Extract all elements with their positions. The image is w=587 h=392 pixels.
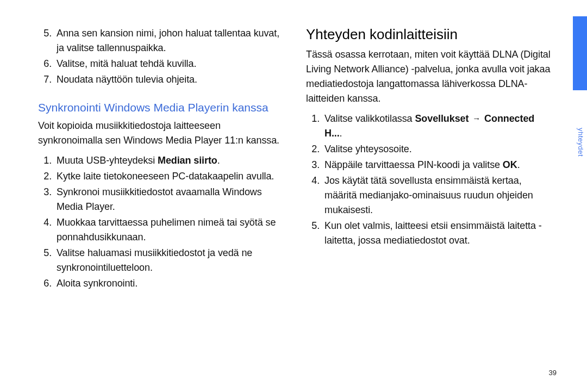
text-fragment: Muuta USB-yhteydeksi (57, 155, 158, 166)
page-number: 39 (549, 369, 557, 377)
text-fragment: . (217, 155, 220, 166)
sync-steps-list: Muuta USB-yhteydeksi Median siirto. Kytk… (38, 153, 285, 291)
list-item: Synkronoi musiikkitiedostot avaamalla Wi… (54, 185, 285, 214)
list-item: Kun olet valmis, laitteesi etsii ensimmä… (322, 219, 553, 248)
list-item: Muokkaa tarvittaessa puhelimen nimeä tai… (54, 215, 285, 245)
list-item: Noudata näyttöön tulevia ohjeita. (54, 72, 285, 87)
bold-text: Sovellukset (415, 113, 469, 124)
list-item: Muuta USB-yhteydeksi Median siirto. (54, 153, 285, 168)
list-item: Aloita synkronointi. (54, 276, 285, 291)
page: Anna sen kansion nimi, johon haluat tall… (0, 0, 587, 392)
arrow-icon: → (471, 113, 482, 125)
text-fragment: . (517, 159, 520, 170)
continuation-list: Anna sen kansion nimi, johon haluat tall… (38, 26, 285, 87)
text-fragment: . (340, 128, 342, 139)
subheading-sync-wmp: Synkronointi Windows Media Playerin kans… (38, 100, 285, 115)
dlna-steps-list: Valitse valikkotilassa Sovellukset → Con… (306, 111, 553, 248)
section-tab-highlight (573, 16, 587, 90)
bold-text: OK (503, 159, 517, 170)
list-item: Anna sen kansion nimi, johon haluat tall… (54, 26, 285, 55)
list-item: Jos käytät tätä sovellusta ensimmäistä k… (322, 173, 553, 217)
section-tab-label: yhteydet (575, 128, 585, 157)
right-edge-bar: yhteydet (573, 0, 587, 392)
left-column: Anna sen kansion nimi, johon haluat tall… (38, 26, 285, 376)
list-item: Valitse yhteysosoite. (322, 142, 553, 157)
list-item: Valitse valikkotilassa Sovellukset → Con… (322, 111, 553, 141)
right-column: Yhteyden kodinlaitteisiin Tässä osassa k… (306, 26, 553, 376)
list-item: Kytke laite tietokoneeseen PC-datakaapel… (54, 169, 285, 184)
heading-home-devices: Yhteyden kodinlaitteisiin (306, 26, 553, 43)
paragraph-intro: Voit kopioida musiikkitiedostoja laittee… (38, 119, 285, 148)
list-item: Valitse, mitä haluat tehdä kuvilla. (54, 57, 285, 71)
list-item: Näppäile tarvittaessa PIN-koodi ja valit… (322, 158, 553, 172)
text-fragment: Valitse valikkotilassa (324, 113, 415, 124)
text-fragment: Näppäile tarvittaessa PIN-koodi ja valit… (324, 159, 503, 170)
list-item: Valitse haluamasi musiikkitiedostot ja v… (54, 246, 285, 275)
paragraph-dlna: Tässä osassa kerrotaan, miten voit käytt… (306, 47, 553, 106)
bold-text: Median siirto (158, 155, 217, 166)
